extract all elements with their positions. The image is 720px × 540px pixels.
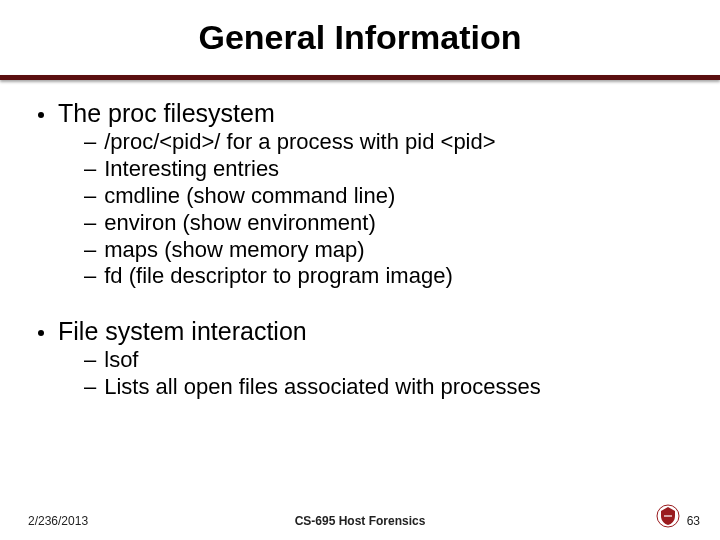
dash-icon: – (84, 263, 96, 290)
sub-item: –lsof (84, 347, 692, 374)
bullet-2-sublist: –lsof –Lists all open files associated w… (28, 347, 692, 401)
sub-item: –Lists all open files associated with pr… (84, 374, 692, 401)
page-title: General Information (0, 0, 720, 57)
bullet-2-label: File system interaction (58, 316, 307, 347)
footer: 2/236/2013 CS-695 Host Forensics 63 (0, 502, 720, 530)
dash-icon: – (84, 210, 96, 237)
sub-item: –Interesting entries (84, 156, 692, 183)
bullet-dot-icon (38, 330, 44, 336)
dash-icon: – (84, 374, 96, 401)
bullet-1-sublist: –/proc/<pid>/ for a process with pid <pi… (28, 129, 692, 290)
sub-item: –/proc/<pid>/ for a process with pid <pi… (84, 129, 692, 156)
footer-page-number: 63 (687, 514, 700, 528)
dash-icon: – (84, 237, 96, 264)
sub-item-label: Interesting entries (104, 156, 279, 183)
sub-item-label: fd (file descriptor to program image) (104, 263, 452, 290)
dash-icon: – (84, 347, 96, 374)
dash-icon: – (84, 129, 96, 156)
dash-icon: – (84, 156, 96, 183)
bullet-dot-icon (38, 112, 44, 118)
sub-item: –environ (show environment) (84, 210, 692, 237)
sub-item-label: /proc/<pid>/ for a process with pid <pid… (104, 129, 495, 156)
bullet-1: The proc filesystem (28, 98, 692, 129)
sub-item-label: environ (show environment) (104, 210, 375, 237)
sub-item: –maps (show memory map) (84, 237, 692, 264)
logo-icon (656, 504, 680, 528)
sub-item-label: Lists all open files associated with pro… (104, 374, 541, 401)
sub-item-label: cmdline (show command line) (104, 183, 395, 210)
dash-icon: – (84, 183, 96, 210)
sub-item: –cmdline (show command line) (84, 183, 692, 210)
slide: General Information The proc filesystem … (0, 0, 720, 540)
sub-item: –fd (file descriptor to program image) (84, 263, 692, 290)
sub-item-label: lsof (104, 347, 138, 374)
bullet-1-label: The proc filesystem (58, 98, 275, 129)
bullet-2: File system interaction (28, 316, 692, 347)
sub-item-label: maps (show memory map) (104, 237, 364, 264)
content-area: The proc filesystem –/proc/<pid>/ for a … (0, 80, 720, 401)
footer-center: CS-695 Host Forensics (0, 514, 720, 528)
